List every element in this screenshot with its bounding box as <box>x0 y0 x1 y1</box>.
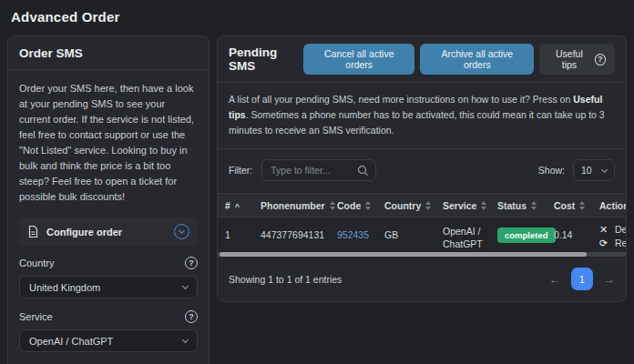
column-header-country[interactable]: Country <box>377 200 435 211</box>
question-mark-icon <box>595 54 606 66</box>
pending-sms-panel: Pending SMS Cancel all active orders Arc… <box>217 35 627 302</box>
show-per-page-select[interactable]: 10 <box>573 159 615 181</box>
resend-action[interactable]: ⟳ Resend <box>599 238 626 249</box>
sorted-ascending-icon: ^ <box>235 202 240 211</box>
horizontal-scrollbar-thumb[interactable] <box>220 252 587 257</box>
table-row: 1 447377694131 952435 GB OpenAI / ChatGP… <box>218 217 626 252</box>
cell-service: OpenAI / ChatGPT <box>443 220 490 250</box>
resend-rotate-icon: ⟳ <box>599 238 610 249</box>
column-header-actions: Actions <box>592 200 626 211</box>
chevron-down-icon <box>182 283 189 289</box>
sort-icon <box>481 201 486 210</box>
service-select-value: OpenAI / ChatGPT <box>29 336 113 347</box>
cell-cost: 0.14 <box>547 229 592 240</box>
service-select[interactable]: OpenAI / ChatGPT <box>19 329 198 352</box>
column-header-id[interactable]: # ^ <box>218 200 253 211</box>
entries-summary: Showing 1 to 1 of 1 entries <box>229 274 342 285</box>
country-label: Country <box>19 258 55 268</box>
country-select[interactable]: United Kingdom <box>19 276 198 298</box>
cell-code-link[interactable]: 952435 <box>337 229 369 240</box>
column-header-phonenumber[interactable]: Phonenumber <box>253 200 330 211</box>
pagination: ← 1 → <box>549 268 615 290</box>
order-sms-body: Order your SMS here, then have a look at… <box>8 70 209 364</box>
service-label: Service <box>19 311 53 322</box>
filter-label: Filter: <box>229 165 252 176</box>
useful-tips-label: Useful tips <box>548 48 590 70</box>
cell-country: GB <box>377 229 435 240</box>
pending-sms-table: # ^ Phonenumber Code Country <box>218 193 626 257</box>
pending-sms-description: A list of all your pending SMS, need mor… <box>218 83 626 149</box>
country-select-value: United Kingdom <box>29 282 100 293</box>
cancel-all-active-orders-button[interactable]: Cancel all active orders <box>303 44 414 75</box>
column-header-cost[interactable]: Cost <box>547 200 592 211</box>
order-sms-panel: Order SMS Order your SMS here, then have… <box>7 35 210 364</box>
cell-phonenumber: 447377694131 <box>253 229 330 240</box>
pending-sms-header-buttons: Cancel all active orders Archive all act… <box>303 44 615 75</box>
useful-tips-button[interactable]: Useful tips <box>539 44 615 75</box>
country-help-icon[interactable] <box>185 257 198 269</box>
show-per-page-value: 10 <box>581 165 592 176</box>
sort-icon <box>579 201 585 210</box>
panels-container: Order SMS Order your SMS here, then have… <box>7 35 627 364</box>
country-field: Country United Kingdom <box>19 257 198 298</box>
advanced-order-page: Advanced Order Order SMS Order your SMS … <box>0 0 634 364</box>
pending-sms-header: Pending SMS Cancel all active orders Arc… <box>218 36 626 83</box>
service-help-icon[interactable] <box>185 310 198 323</box>
chevron-down-icon <box>182 337 189 343</box>
show-label: Show: <box>538 165 565 176</box>
sort-icon <box>531 201 537 210</box>
previous-page-arrow-icon[interactable]: ← <box>549 274 560 285</box>
filter-row: Filter: Show: 10 <box>218 149 626 193</box>
delete-action[interactable]: ✕ Delete <box>599 224 626 236</box>
delete-action-label: Delete <box>615 224 626 235</box>
pending-sms-title: Pending SMS <box>229 46 303 73</box>
description-text-2: . Sometimes a phone number has to be act… <box>229 109 605 136</box>
description-text-1: A list of all your pending SMS, need mor… <box>229 94 573 105</box>
configure-order-toggle[interactable]: Configure order <box>19 217 198 246</box>
column-header-service[interactable]: Service <box>435 200 490 211</box>
collapse-chevron-down-icon[interactable] <box>174 224 189 239</box>
sort-icon <box>425 201 431 210</box>
document-icon <box>27 225 39 238</box>
column-header-status[interactable]: Status <box>490 200 547 211</box>
search-icon <box>357 164 369 180</box>
resend-action-label: Resend <box>615 238 626 248</box>
order-sms-panel-header: Order SMS <box>8 36 209 70</box>
order-sms-title: Order SMS <box>19 46 83 60</box>
next-page-arrow-icon[interactable]: → <box>604 274 615 285</box>
service-field: Service OpenAI / ChatGPT <box>19 310 198 352</box>
configure-order-label: Configure order <box>46 227 122 238</box>
horizontal-scrollbar-track[interactable] <box>218 252 626 257</box>
archive-all-active-orders-button[interactable]: Archive all active orders <box>420 44 534 75</box>
chevron-down-icon <box>601 167 608 173</box>
delete-x-icon: ✕ <box>599 224 610 236</box>
column-header-code[interactable]: Code <box>330 200 377 211</box>
cell-id: 1 <box>218 229 253 240</box>
page-1-button[interactable]: 1 <box>571 268 593 290</box>
order-sms-description: Order your SMS here, then have a look at… <box>19 81 198 205</box>
pending-sms-footer: Showing 1 to 1 of 1 entries ← 1 → <box>218 257 626 301</box>
sort-icon <box>365 201 371 210</box>
page-title: Advanced Order <box>11 9 627 25</box>
table-header-row: # ^ Phonenumber Code Country <box>218 193 626 217</box>
cell-actions: ✕ Delete ⟳ Resend <box>592 221 626 249</box>
